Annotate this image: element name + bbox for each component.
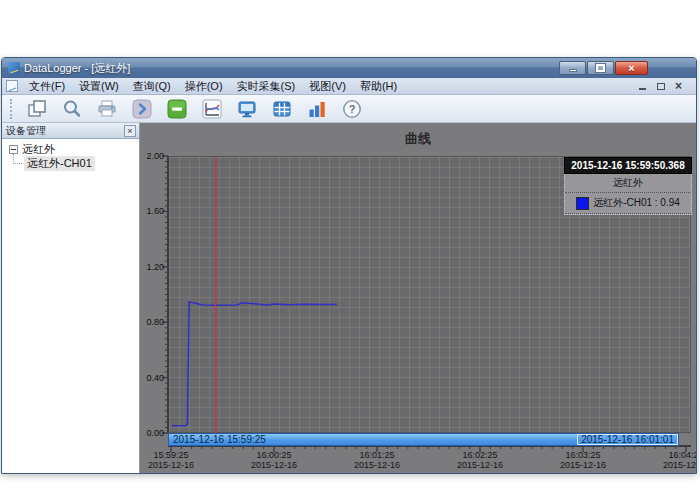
new-window-button[interactable] [24, 97, 50, 121]
bar-chart-button[interactable] [304, 97, 330, 121]
app-window: DataLogger - [远红外] × 文件(F)设置(W)查询(Q)操作(O… [1, 57, 697, 474]
x-axis-tick-label: 16:01:252015-12-16 [345, 450, 409, 470]
new-window-icon [26, 98, 48, 120]
zoom-button[interactable] [59, 97, 85, 121]
print-icon [96, 98, 118, 120]
close-button[interactable]: × [615, 61, 648, 75]
monitor-button[interactable] [234, 97, 260, 121]
curve-chart-icon [201, 98, 223, 120]
tooltip-series-row: 远红外-CH01 : 0.94 [565, 193, 691, 214]
close-icon: × [628, 63, 634, 74]
tree-panel-close-button[interactable]: × [124, 125, 136, 137]
range-end-label: 2015-12-16 16:01:01 [577, 434, 678, 445]
menu-item[interactable]: 视图(V) [302, 78, 353, 95]
menu-item[interactable]: 文件(F) [22, 78, 72, 95]
play-icon [131, 98, 153, 120]
child-minimize-button[interactable] [637, 81, 648, 92]
content: 设备管理 × 远红外远红外-CH01 曲线 0.000.400.801.201.… [2, 123, 696, 473]
menu-item[interactable]: 设置(W) [72, 78, 126, 95]
titlebar[interactable]: DataLogger - [远红外] × [2, 58, 696, 78]
desktop: DataLogger - [远红外] × 文件(F)设置(W)查询(Q)操作(O… [0, 0, 700, 500]
minimize-icon [639, 88, 646, 90]
y-axis-tick-label: 0.40 [140, 373, 164, 383]
stop-button[interactable] [164, 97, 190, 121]
y-axis-tick-label: 1.20 [140, 262, 164, 272]
x-axis-tick-label: 16:00:252015-12-16 [242, 450, 306, 470]
x-axis-tick-label: 15:59:252015-12-16 [140, 450, 203, 470]
tree-item-label: 远红外-CH01 [24, 156, 95, 171]
tree-panel-header: 设备管理 × [2, 123, 139, 139]
chart-panel: 曲线 0.000.400.801.201.602.00 15:59:252015… [140, 123, 696, 473]
toolbar-grip[interactable] [10, 99, 13, 119]
device-tree: 远红外远红外-CH01 [2, 139, 139, 173]
y-axis-tick-label: 0.80 [140, 317, 164, 327]
value-tooltip: 2015-12-16 15:59:50.368 远红外 远红外-CH01 : 0… [564, 157, 692, 215]
device-tree-panel: 设备管理 × 远红外远红外-CH01 [2, 123, 140, 473]
window-controls: × [559, 61, 692, 75]
document-icon [6, 80, 18, 92]
menubar: 文件(F)设置(W)查询(Q)操作(O)实时采集(S)视图(V)帮助(H) × [2, 78, 696, 95]
tree-item-label: 远红外 [22, 142, 55, 157]
x-axis-tick-label: 16:03:252015-12-16 [551, 450, 615, 470]
curve-chart-button[interactable] [199, 97, 225, 121]
time-range-scrollbar[interactable]: 2015-12-16 15:59:25 2015-12-16 16:01:01 [168, 433, 679, 446]
tooltip-series-label: 远红外-CH01 : 0.94 [593, 196, 680, 210]
series-curve [172, 302, 337, 426]
restore-icon [657, 83, 665, 90]
range-start-label: 2015-12-16 15:59:25 [169, 434, 266, 445]
minimize-icon [569, 69, 577, 72]
help-icon: ? [341, 98, 363, 120]
svg-text:?: ? [349, 103, 356, 115]
toolbar-buttons: ? [24, 97, 365, 121]
maximize-icon [596, 64, 605, 72]
toolbar: ? [2, 95, 696, 123]
zoom-icon [61, 98, 83, 120]
play-button[interactable] [129, 97, 155, 121]
menu-item[interactable]: 操作(O) [178, 78, 230, 95]
stop-icon [166, 98, 188, 120]
tooltip-timestamp: 2015-12-16 15:59:50.368 [564, 157, 692, 174]
x-axis-tick-label: 16:02:252015-12-16 [448, 450, 512, 470]
series-color-swatch [576, 197, 589, 210]
tree-expander-icon[interactable] [9, 145, 18, 154]
tree-panel-title: 设备管理 [6, 124, 46, 138]
menu-item[interactable]: 查询(Q) [126, 78, 178, 95]
monitor-icon [236, 98, 258, 120]
y-axis-tick-label: 2.00 [140, 151, 164, 161]
tooltip-group-label: 远红外 [565, 174, 691, 193]
bar-chart-icon [306, 98, 328, 120]
menu-item[interactable]: 实时采集(S) [230, 78, 303, 95]
mdi-controls: × [637, 81, 696, 92]
tree-item[interactable]: 远红外-CH01 [4, 156, 137, 170]
y-axis-tick-label: 0.00 [140, 428, 164, 438]
tree-item[interactable]: 远红外 [4, 142, 137, 156]
maximize-button[interactable] [587, 61, 614, 75]
chart-title: 曲线 [140, 130, 696, 148]
child-restore-button[interactable] [655, 81, 666, 92]
child-close-button[interactable]: × [673, 81, 684, 92]
tooltip-body: 远红外 远红外-CH01 : 0.94 [564, 174, 692, 215]
help-button[interactable]: ? [339, 97, 365, 121]
app-icon [8, 62, 20, 74]
menu-item[interactable]: 帮助(H) [353, 78, 404, 95]
tree-connector [13, 154, 22, 164]
data-table-icon [271, 98, 293, 120]
y-axis-tick-label: 1.60 [140, 206, 164, 216]
window-title: DataLogger - [远红外] [24, 61, 130, 76]
minimize-button[interactable] [559, 61, 586, 75]
x-axis-tick-label: 16:04:252015-12-16 [654, 450, 696, 470]
print-button[interactable] [94, 97, 120, 121]
menu-items: 文件(F)设置(W)查询(Q)操作(O)实时采集(S)视图(V)帮助(H) [22, 78, 404, 95]
data-table-button[interactable] [269, 97, 295, 121]
